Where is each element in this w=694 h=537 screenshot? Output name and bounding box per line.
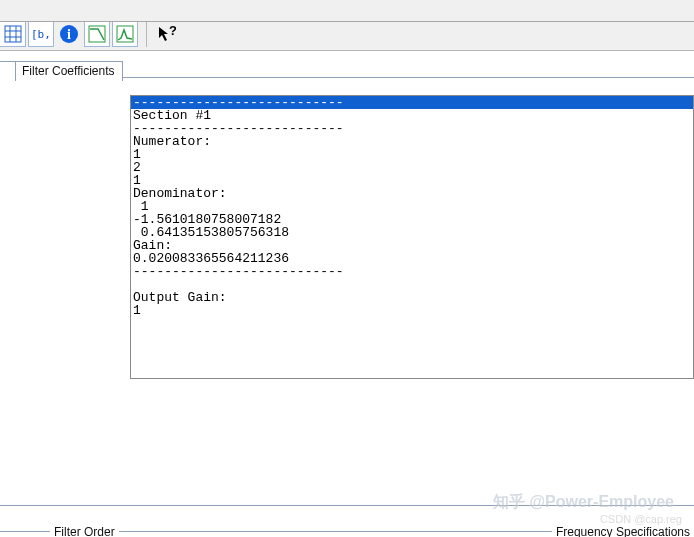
tab-filter-coefficients[interactable]: Filter Coefficients bbox=[15, 61, 123, 81]
magnitude-icon[interactable] bbox=[112, 21, 138, 47]
response-icon[interactable] bbox=[84, 21, 110, 47]
grid-icon[interactable] bbox=[0, 21, 26, 47]
toolbar-separator bbox=[146, 21, 147, 47]
output-line-highlighted: --------------------------- bbox=[131, 96, 693, 109]
output-line: 1 bbox=[131, 304, 693, 317]
output-line: --------------------------- bbox=[131, 122, 693, 135]
tab-bar: Filter Coefficients bbox=[0, 57, 694, 85]
section-filter-order: Filter Order bbox=[50, 525, 119, 537]
section-frequency-specifications: Frequency Specifications bbox=[552, 525, 694, 537]
info-icon[interactable]: i bbox=[56, 21, 82, 47]
output-line: Numerator: bbox=[131, 135, 693, 148]
tab-label: Filter Coefficients bbox=[22, 64, 114, 78]
svg-rect-0 bbox=[5, 26, 21, 42]
toolbar: [b,a] i ? bbox=[0, 0, 694, 51]
tab-stub[interactable] bbox=[0, 61, 16, 81]
output-line: --------------------------- bbox=[131, 265, 693, 278]
svg-text:i: i bbox=[67, 27, 71, 42]
output-line: 0.64135153805756318 bbox=[131, 226, 693, 239]
output-line: 2 bbox=[131, 161, 693, 174]
content-area: --------------------------- Section #1 -… bbox=[0, 85, 694, 379]
svg-text:?: ? bbox=[169, 24, 176, 38]
output-line: Output Gain: bbox=[131, 291, 693, 304]
svg-text:[b,a]: [b,a] bbox=[31, 28, 51, 41]
spectrum-icon[interactable]: [b,a] bbox=[28, 21, 54, 47]
output-line: Denominator: bbox=[131, 187, 693, 200]
coefficients-output[interactable]: --------------------------- Section #1 -… bbox=[130, 95, 694, 379]
output-line: 1 bbox=[131, 148, 693, 161]
help-arrow-icon[interactable]: ? bbox=[153, 21, 179, 47]
toolbar-divider bbox=[0, 21, 694, 22]
bottom-panel: Filter Order Frequency Specifications bbox=[0, 505, 694, 537]
